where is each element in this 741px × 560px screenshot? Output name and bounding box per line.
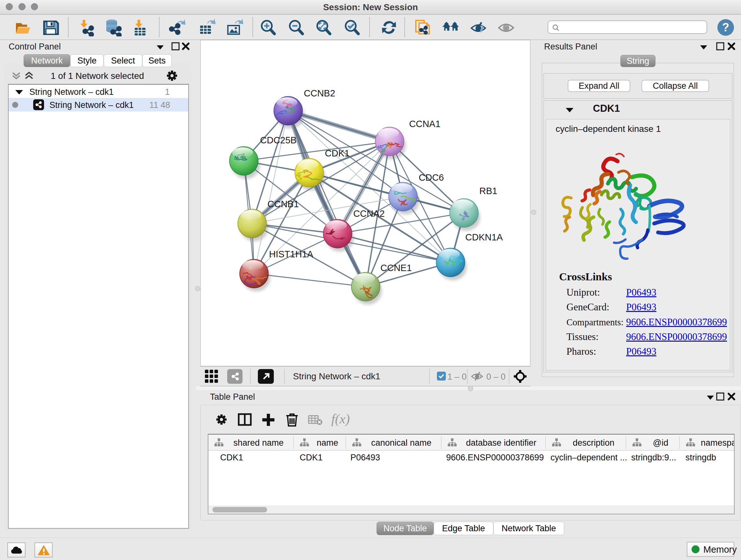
- svg-text:RB1: RB1: [479, 186, 497, 196]
- svg-text:CDC6: CDC6: [419, 172, 444, 183]
- svg-text:CDC25B: CDC25B: [260, 135, 296, 145]
- svg-text:CCNB2: CCNB2: [304, 88, 335, 98]
- svg-text:CDK1: CDK1: [325, 148, 349, 159]
- svg-text:HIST1H1A: HIST1H1A: [269, 249, 313, 259]
- svg-text:CCNE1: CCNE1: [381, 263, 412, 273]
- svg-text:CCNA1: CCNA1: [409, 119, 441, 129]
- svg-text:?: ?: [722, 21, 729, 34]
- svg-text:CDKN1A: CDKN1A: [465, 232, 503, 242]
- svg-text:CCNB1: CCNB1: [267, 199, 299, 209]
- svg-text:CCNA2: CCNA2: [353, 208, 385, 219]
